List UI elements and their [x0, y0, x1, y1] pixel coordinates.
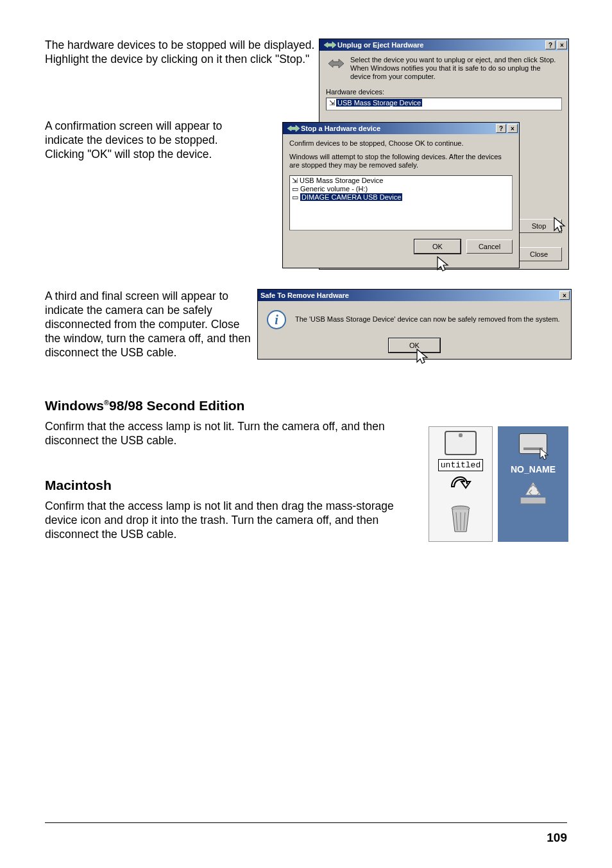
list-item[interactable]: ▭ Generic volume - (H:) — [291, 185, 511, 193]
safe-titlebar: Safe To Remove Hardware × — [258, 290, 571, 301]
step1-text: The hardware devices to be stopped will … — [45, 39, 321, 67]
unplug-titlebar: Unplug or Eject Hardware ? × — [319, 39, 568, 51]
selected-device[interactable]: USB Mass Storage Device — [336, 99, 422, 107]
help-button[interactable]: ? — [496, 124, 506, 133]
list-item[interactable]: ▭ DIMAGE CAMERA USB Device — [291, 193, 511, 202]
safe-title: Safe To Remove Hardware — [260, 291, 349, 299]
mac-drive-label: untitled — [438, 459, 483, 471]
close-button[interactable]: × — [559, 291, 570, 300]
stop-devices-list[interactable]: ⇲ USB Mass Storage Device ▭ Generic volu… — [289, 175, 513, 230]
ok-button[interactable]: OK — [389, 338, 440, 352]
stop-button[interactable]: Stop — [516, 219, 562, 233]
mac-heading: Macintosh — [45, 478, 404, 493]
usb-eject-icon: ⇲ — [327, 99, 336, 107]
close-button[interactable]: × — [507, 124, 518, 133]
list-item[interactable]: ⇲ USB Mass Storage Device — [291, 177, 511, 185]
volume-icon: ▭ — [292, 185, 300, 193]
stop-line1: Confirm devices to be stopped, Choose OK… — [289, 139, 513, 148]
help-button[interactable]: ? — [545, 40, 556, 49]
step2-text: A confirmation screen will appear to ind… — [45, 119, 244, 162]
down-arrow-icon — [449, 475, 472, 501]
plug-icon-large — [326, 56, 345, 71]
safe-message: The 'USB Mass Storage Device' device can… — [295, 315, 560, 324]
hardware-devices-label: Hardware devices: — [326, 88, 384, 96]
unplug-instructions: Select the device you want to unplug or … — [350, 56, 562, 82]
info-icon: i — [267, 310, 286, 329]
step3-text: A third and final screen will appear to … — [45, 290, 253, 360]
close-button[interactable]: × — [557, 40, 567, 49]
hardware-devices-list[interactable]: ⇲USB Mass Storage Device — [326, 98, 562, 110]
drive-icon: ▭ — [292, 193, 300, 201]
trash-icon — [447, 505, 474, 534]
mac-text: Confirm that the access lamp is not lit … — [45, 499, 404, 542]
stop-title: Stop a Hardware device — [301, 125, 380, 132]
safe-remove-dialog: Safe To Remove Hardware × i The 'USB Mas… — [257, 289, 572, 360]
mac-drive-card: untitled — [429, 426, 493, 542]
win-drive-card: NO_NAME — [498, 426, 568, 542]
close-button-label[interactable]: Close — [516, 247, 562, 261]
win98-heading: Windows®98/98 Second Edition — [45, 398, 404, 413]
win-drive-label: NO_NAME — [511, 464, 556, 474]
stop-hardware-dialog: Stop a Hardware device ? × Confirm devic… — [282, 122, 520, 268]
drive-icon — [445, 431, 477, 455]
ok-button[interactable]: OK — [414, 239, 461, 254]
removable-drive-icon — [519, 433, 547, 454]
usb-device-icon: ⇲ — [292, 177, 300, 184]
unplug-title: Unplug or Eject Hardware — [337, 41, 423, 49]
cancel-button[interactable]: Cancel — [466, 239, 513, 254]
plug-icon — [322, 39, 337, 51]
win98-text: Confirm that the access lamp is not lit.… — [45, 420, 404, 448]
stop-titlebar: Stop a Hardware device ? × — [283, 123, 519, 134]
page-number: 109 — [547, 831, 567, 845]
recycle-bin-icon — [517, 481, 549, 517]
footer-rule — [45, 822, 567, 823]
plug-icon — [285, 123, 301, 134]
stop-line2: Windows will attempt to stop the followi… — [289, 153, 513, 169]
drive-icons-area: untitled NO_NAME — [429, 426, 582, 542]
